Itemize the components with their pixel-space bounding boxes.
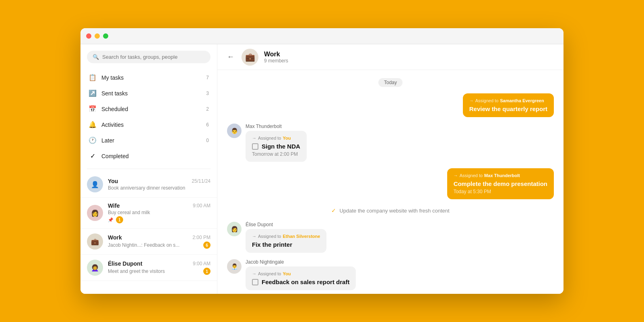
sent-tasks-icon: ↗️ [89,89,97,97]
completed-task-row: ✓ Update the company website with fresh … [331,206,449,215]
assign-arrow-6: → [252,271,256,276]
task-title-1: Review the quarterly report [469,105,547,112]
completed-icon: ✓ [89,152,97,160]
task-bubble-3: → Assigned to Max Thunderbolt Complete t… [447,168,554,199]
avatar-jacob: 👨‍💼 [227,259,242,274]
close-button[interactable] [86,33,91,39]
back-button[interactable]: ← [225,51,236,63]
conv-time-elise: 9:00 AM [193,261,211,266]
sidebar-divider [87,169,211,169]
later-icon: 🕐 [89,136,97,144]
conv-time-work: 2:00 PM [192,235,211,240]
assign-arrow-3: → [454,173,458,178]
sidebar-item-scheduled[interactable]: 📅 Scheduled 2 [80,101,217,117]
later-count: 0 [206,138,209,143]
my-tasks-icon: 📋 [89,74,97,81]
conversation-elise[interactable]: 👩‍🦱 Élise Dupont 9:00 AM Meet and greet … [80,255,217,281]
activities-icon: 🔔 [89,121,97,128]
message-5: 👩 Élise Dupont → Assigned to Ethan Silve… [227,222,554,253]
assigned-label-1: Assigned to [475,98,498,103]
messages-area[interactable]: Today → Assigned to Samantha Evergreen R… [217,70,564,294]
conv-name-elise: Élise Dupont [108,260,142,267]
conv-name-work: Work [108,234,122,241]
pin-icon-wife: 📌 [108,217,114,223]
badge-elise: 1 [203,268,211,275]
conv-name-wife: Wife [108,202,120,209]
search-bar[interactable]: 🔍 [87,51,211,63]
avatar-wife: 👩 [87,205,103,221]
assigned-label-5: Assigned to [258,234,281,239]
completed-task-text: Update the company website with fresh co… [339,208,449,214]
sent-tasks-label: Sent tasks [101,90,201,97]
conv-name-you: You [108,178,118,184]
app-window: 🔍 📋 My tasks 7 ↗️ Sent tasks 3 📅 Schedul… [80,28,564,294]
chat-title: Work [264,51,288,58]
task-bubble-2: → Assigned to You Sign the NDA Tomorrow … [246,131,307,162]
assigned-label-3: Assigned to [460,173,483,178]
maximize-button[interactable] [103,33,108,39]
search-input[interactable] [102,54,205,60]
scheduled-count: 2 [206,106,209,112]
task-checkbox-6[interactable] [252,279,258,285]
sidebar-item-activities[interactable]: 🔔 Activities 6 [80,117,217,132]
sidebar-item-sent-tasks[interactable]: ↗️ Sent tasks 3 [80,85,217,101]
conv-content-wife: Wife 9:00 AM Buy cereal and milk 📌 1 [108,202,211,223]
sidebar: 🔍 📋 My tasks 7 ↗️ Sent tasks 3 📅 Schedul… [80,44,217,294]
sidebar-item-completed[interactable]: ✓ Completed [80,148,217,164]
group-avatar: 💼 [242,49,258,66]
date-badge: Today [378,78,402,87]
avatar-elise-msg: 👩 [227,222,242,236]
activities-label: Activities [101,122,201,128]
later-label: Later [101,137,201,144]
conversation-work[interactable]: 💼 Work 2:00 PM Jacob Nightin...: Feedbac… [80,229,217,255]
conv-preview-work: Jacob Nightin...: Feedback on s... [108,242,201,248]
assigned-name-2: You [283,136,291,140]
assigned-name-5: Ethan Silverstone [283,234,320,239]
assigned-label-2: Assigned to [258,136,281,140]
task-title-6: Feedback on sales report draft [262,279,349,285]
sender-name-6: Jacob Nightingale [246,259,356,265]
assigned-label-6: Assigned to [258,271,281,276]
task-time-2: Tomorrow at 2:00 PM [252,151,300,157]
conv-time-you: 25/11/24 [192,178,211,184]
conv-content-you: You 25/11/24 Book anniversary dinner res… [108,178,211,191]
app-body: 🔍 📋 My tasks 7 ↗️ Sent tasks 3 📅 Schedul… [80,44,564,294]
avatar-elise: 👩‍🦱 [87,260,103,276]
my-tasks-count: 7 [206,75,209,80]
conv-content-work: Work 2:00 PM Jacob Nightin...: Feedback … [108,234,211,249]
assign-arrow-2: → [252,136,256,140]
chat-header: ← 💼 Work 9 members [217,44,564,70]
conv-time-wife: 9:00 AM [193,203,211,208]
task-checkbox-2[interactable] [252,143,258,150]
message-3: → Assigned to Max Thunderbolt Complete t… [227,168,554,199]
activities-count: 6 [206,122,209,128]
nav-items: 📋 My tasks 7 ↗️ Sent tasks 3 📅 Scheduled… [80,67,217,166]
task-title-5: Fix the printer [252,241,320,248]
assign-arrow-1: → [469,98,474,103]
sent-tasks-count: 3 [206,91,209,96]
sender-name-5: Élise Dupont [246,222,326,227]
conversation-list: 👤 You 25/11/24 Book anniversary dinner r… [80,171,217,294]
title-bar [80,28,564,44]
task-bubble-6: → Assigned to You Feedback on sales repo… [246,266,356,290]
sidebar-item-later[interactable]: 🕐 Later 0 [80,132,217,148]
conv-preview-elise: Meet and greet the visitors [108,268,201,274]
search-icon: 🔍 [93,54,99,60]
message-2: 👨 Max Thunderbolt → Assigned to You S [227,124,554,162]
avatar-max: 👨 [227,124,242,138]
conversation-you[interactable]: 👤 You 25/11/24 Book anniversary dinner r… [80,171,217,198]
task-bubble-1: → Assigned to Samantha Evergreen Review … [463,93,554,117]
chat-subtitle: 9 members [264,58,288,64]
completed-label: Completed [101,153,204,159]
conv-preview-wife: Buy cereal and milk [108,210,150,215]
task-title-3: Complete the demo presentation [454,180,547,187]
conv-preview-you: Book anniversary dinner reservation [108,185,211,191]
assign-arrow-5: → [252,234,256,239]
assigned-name-1: Samantha Evergreen [500,98,544,103]
my-tasks-label: My tasks [101,74,201,81]
minimize-button[interactable] [95,33,100,39]
message-6: 👨‍💼 Jacob Nightingale → Assigned to You [227,259,554,290]
sidebar-item-my-tasks[interactable]: 📋 My tasks 7 [80,70,217,85]
scheduled-icon: 📅 [89,105,97,113]
conversation-wife[interactable]: 👩 Wife 9:00 AM Buy cereal and milk 📌 1 [80,198,217,229]
